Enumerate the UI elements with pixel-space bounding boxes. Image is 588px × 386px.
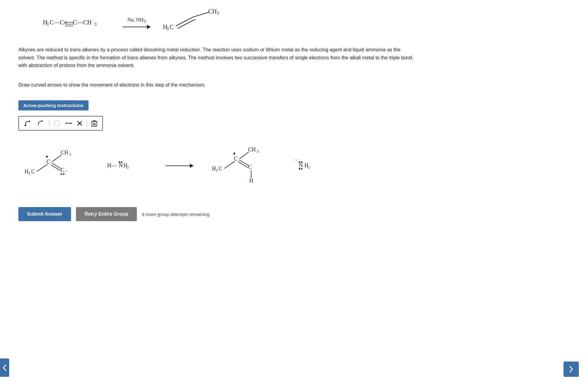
svg-text:2: 2 — [127, 165, 129, 169]
retry-button[interactable]: Retry Entire Group — [76, 207, 137, 221]
description-paragraph2: Draw curved arrows to show the movement … — [18, 81, 417, 89]
svg-text:C: C — [234, 156, 238, 162]
svg-point-72 — [299, 161, 300, 163]
svg-text:C: C — [31, 169, 35, 175]
description-paragraph1: Alkynes are reduced to trans alkenes by … — [18, 46, 417, 69]
svg-point-53 — [121, 161, 123, 163]
svg-text:CH: CH — [61, 150, 68, 156]
svg-text:2: 2 — [308, 165, 310, 169]
mechanism-area: H 3 C C C − CH 3 H— — [18, 143, 570, 189]
lone-pair-btn[interactable] — [52, 119, 62, 128]
top-reaction: H 3 C—C ≡ C—CH 3 Na, NH3 H 3 C CH 3 — [18, 9, 570, 37]
reaction-arrow-top: Na, NH3 — [123, 17, 151, 29]
svg-text:C: C — [170, 24, 174, 30]
svg-line-47 — [52, 155, 61, 162]
svg-marker-23 — [71, 122, 72, 124]
svg-line-42 — [51, 165, 60, 171]
svg-point-61 — [233, 153, 235, 154]
svg-point-52 — [119, 161, 120, 163]
nh2-anion-structure: ⁻ N H 2 — [295, 154, 322, 178]
svg-text:3: 3 — [167, 27, 169, 31]
h-nh2-structure: H— N H 2 — [107, 154, 147, 178]
svg-text:C—CH: C—CH — [73, 19, 92, 26]
svg-text:C—C: C—C — [50, 19, 64, 26]
toolbar-divider1 — [49, 120, 49, 127]
svg-point-45 — [63, 173, 65, 175]
svg-line-14 — [194, 12, 209, 17]
svg-line-63 — [238, 162, 248, 168]
svg-text:3: 3 — [28, 171, 30, 176]
svg-line-41 — [52, 163, 61, 169]
delete-btn[interactable] — [75, 120, 84, 127]
svg-text:CH: CH — [208, 9, 217, 15]
product-structure-top: H 3 C CH 3 — [163, 9, 224, 37]
svg-text:3: 3 — [94, 22, 96, 27]
drawing-toolbar — [18, 116, 103, 131]
svg-line-62 — [239, 160, 249, 166]
svg-text:≡: ≡ — [64, 19, 67, 26]
bottom-bar: Submit Answer Retry Entire Group 9 more … — [18, 207, 570, 221]
svg-text:3: 3 — [47, 22, 49, 27]
svg-text:3: 3 — [69, 152, 71, 157]
svg-text:C: C — [248, 164, 252, 170]
reagent-label: Na, NH3 — [127, 17, 146, 24]
curved-arrow-single-btn[interactable] — [22, 118, 34, 128]
svg-line-59 — [224, 161, 235, 169]
svg-point-44 — [61, 173, 62, 175]
svg-text:−: − — [65, 169, 68, 174]
curved-arrow-double-btn[interactable] — [35, 118, 47, 128]
svg-text:CH: CH — [248, 147, 256, 153]
svg-line-67 — [239, 152, 249, 159]
svg-point-19 — [24, 125, 26, 126]
svg-text:C: C — [47, 159, 50, 165]
svg-text:H: H — [249, 178, 253, 184]
svg-point-75 — [301, 168, 303, 170]
svg-point-21 — [54, 121, 60, 126]
trash-btn[interactable] — [89, 119, 99, 128]
svg-text:H—: H— — [107, 162, 117, 169]
toolbar-divider2 — [87, 120, 87, 127]
svg-text:3: 3 — [216, 168, 218, 173]
svg-text:C: C — [61, 167, 64, 173]
submit-button[interactable]: Submit Answer — [18, 207, 71, 221]
mechanism-right: H 3 C C C H CH 3 ⁻ N — [212, 143, 322, 189]
svg-marker-17 — [29, 120, 30, 123]
svg-point-74 — [299, 168, 300, 170]
radical-vinyl-structure: H 3 C C C − CH 3 — [24, 146, 92, 186]
svg-text:⁻: ⁻ — [295, 158, 298, 164]
svg-text:3: 3 — [257, 149, 259, 154]
mechanism-left: H 3 C C C − CH 3 H— — [24, 146, 147, 186]
mechanism-arrow — [165, 164, 194, 168]
svg-text:N: N — [299, 162, 303, 169]
svg-marker-24 — [65, 122, 66, 124]
svg-point-40 — [46, 156, 48, 158]
svg-point-73 — [301, 161, 303, 163]
move-btn[interactable] — [63, 119, 74, 128]
svg-text:C: C — [219, 165, 222, 172]
svg-text:3: 3 — [217, 11, 219, 16]
reactant-structure: H 3 C—C ≡ C—CH 3 — [43, 12, 110, 34]
attempts-remaining: 9 more group attempts remaining — [142, 212, 209, 217]
svg-text:N: N — [119, 162, 123, 169]
vinyl-product-structure: H 3 C C C H CH 3 — [212, 143, 282, 189]
arrow-pushing-button[interactable]: Arrow-pushing Instructions — [18, 100, 89, 110]
svg-line-38 — [37, 164, 47, 172]
